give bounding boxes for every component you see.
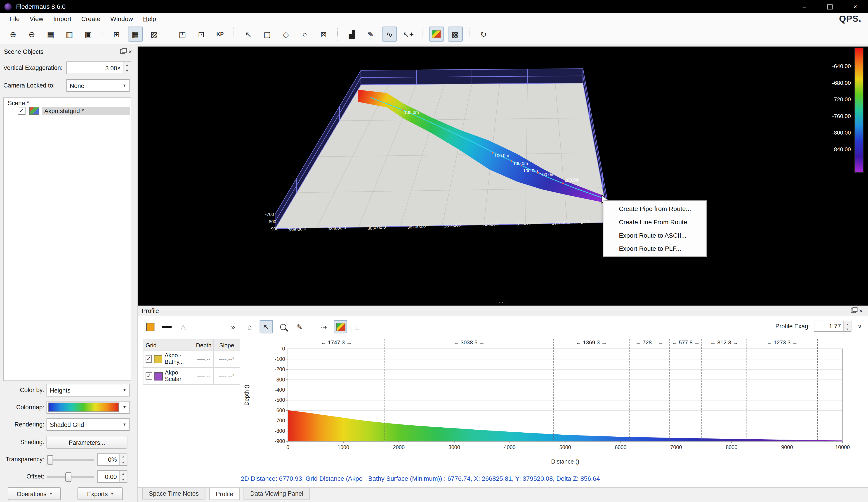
collapse-chevron-icon[interactable]: ∨: [851, 323, 868, 330]
row-checkbox[interactable]: ✓: [146, 372, 152, 380]
viewport-3d[interactable]: 385000.0384000.0383000.0382000.0381000.0…: [138, 47, 868, 306]
tree-item-akpo-statgrid[interactable]: ✓ Akpo.statgrid *: [4, 106, 130, 115]
float-panel-icon[interactable]: [849, 307, 857, 314]
menu-create[interactable]: Create: [76, 13, 105, 24]
pick-point-icon[interactable]: ↖+: [401, 27, 416, 42]
clip-select-icon[interactable]: ⊠: [316, 27, 331, 42]
tab-data-viewing-panel[interactable]: Data Viewing Panel: [244, 488, 310, 500]
tab-profile[interactable]: Profile: [209, 488, 240, 500]
minimize-button[interactable]: –: [792, 0, 817, 13]
colorbar-label: -840.00: [832, 146, 851, 152]
offset-input[interactable]: 0.00 ▲▼: [97, 470, 127, 483]
spin-down-icon[interactable]: ▼: [120, 459, 127, 465]
table-view-icon[interactable]: ⊞: [109, 27, 124, 42]
spin-up-icon[interactable]: ▲: [120, 454, 127, 460]
float-panel-icon[interactable]: [118, 48, 126, 55]
context-item-create-line-from-route[interactable]: Create Line From Route...: [603, 215, 706, 229]
expand-tools-icon[interactable]: »: [227, 320, 240, 334]
profile-tool-icon[interactable]: ∿: [382, 27, 397, 42]
spin-down-icon[interactable]: ▼: [123, 68, 131, 74]
exports-button[interactable]: Exports ▾: [78, 487, 123, 500]
profile-chart[interactable]: 0-100-200-300-400-500-600-700-800-900010…: [241, 337, 855, 475]
zoom-in-select-icon[interactable]: ⊕: [6, 27, 20, 42]
shift-point-icon[interactable]: ⇢: [317, 320, 330, 334]
colormap-select[interactable]: ▾: [46, 401, 130, 413]
menu-file[interactable]: File: [4, 13, 25, 24]
zoom-tool-icon[interactable]: [276, 320, 290, 334]
triangle-marker-icon[interactable]: △: [177, 320, 190, 334]
select-cursor-icon[interactable]: ↖: [241, 27, 256, 42]
transparency-slider[interactable]: [46, 453, 94, 465]
spin-down-icon[interactable]: ▼: [844, 326, 851, 331]
profile-exag-input[interactable]: 1.77 ▲▼: [814, 321, 851, 332]
rect-select-icon[interactable]: ▢: [260, 27, 275, 42]
context-item-export-route-to-plf[interactable]: Export Route to PLF...: [603, 242, 706, 255]
kp-tool-icon[interactable]: KP: [213, 27, 227, 42]
shading-parameters-button[interactable]: Parameters...: [46, 436, 127, 448]
surface-view-icon[interactable]: ▦: [128, 27, 143, 42]
poly-select-icon[interactable]: ◇: [278, 27, 293, 42]
mini-chart-icon[interactable]: ∟: [350, 320, 364, 334]
menu-view[interactable]: View: [25, 13, 48, 24]
close-panel-icon[interactable]: ×: [857, 307, 865, 314]
print-icon[interactable]: ▥: [62, 27, 77, 42]
mesh-view-icon[interactable]: ▨: [147, 27, 162, 42]
menubar-items: FileViewImportCreateWindowHelp: [0, 13, 161, 24]
annotate-icon[interactable]: ✎: [293, 320, 306, 334]
colormap-icon[interactable]: [429, 27, 444, 42]
colormap-icon[interactable]: [334, 320, 347, 334]
tab-space-time-notes[interactable]: Space Time Notes: [142, 488, 205, 500]
context-item-create-pipe-from-route[interactable]: Create Pipe from Route...: [603, 202, 706, 215]
menu-help[interactable]: Help: [138, 13, 161, 24]
capture-image-icon[interactable]: ▤: [43, 27, 58, 42]
spinner[interactable]: ▲▼: [843, 321, 851, 331]
orbit-icon[interactable]: ↻: [476, 27, 491, 42]
shaded-grid-icon[interactable]: ▩: [448, 27, 463, 42]
cube-view-icon[interactable]: ⊡: [194, 27, 209, 42]
operations-button[interactable]: Operations ▾: [8, 487, 61, 500]
table-row[interactable]: ✓Akpo - Scalar----.------.--°: [143, 368, 240, 385]
camera-locked-select[interactable]: None ▾: [66, 79, 130, 92]
segment-length-label: ← 1273.3 →: [766, 339, 797, 346]
save-icon[interactable]: ▣: [81, 27, 96, 42]
select-cursor-icon[interactable]: ↖: [260, 320, 273, 334]
splitter-handle[interactable]: ···: [499, 300, 507, 305]
spinner[interactable]: ▲▼: [119, 454, 127, 465]
spin-down-icon[interactable]: ▼: [120, 477, 127, 482]
spin-up-icon[interactable]: ▲: [123, 62, 131, 68]
line-style-icon[interactable]: [160, 320, 173, 334]
vertical-exaggeration-input[interactable]: 3.00× ▲▼: [66, 62, 131, 74]
main-toolbar: ⊕⊖▤▥▣⊞▦▨◳⊡KP↖▢◇○⊠▟✎∿↖+▩↻: [0, 24, 868, 44]
context-item-export-route-to-ascii[interactable]: Export Route to ASCII...: [603, 229, 706, 242]
color-by-select[interactable]: Heights ▾: [46, 384, 130, 397]
maximize-button[interactable]: [817, 0, 843, 13]
visibility-checkbox[interactable]: ✓: [18, 106, 25, 114]
spinner[interactable]: ▲▼: [119, 471, 127, 482]
slider-handle[interactable]: [47, 455, 53, 465]
row-checkbox[interactable]: ✓: [146, 355, 152, 363]
rendering-select[interactable]: Shaded Grid ▾: [46, 418, 130, 431]
bounding-box-icon[interactable]: ◳: [175, 27, 190, 42]
zoom-out-select-icon[interactable]: ⊖: [24, 27, 39, 42]
offset-slider[interactable]: [46, 470, 94, 483]
histogram-icon[interactable]: ▟: [344, 27, 359, 42]
rendering-value: Shaded Grid: [50, 421, 84, 428]
close-panel-icon[interactable]: ×: [126, 48, 134, 55]
color-by-value: Heights: [50, 387, 70, 393]
close-button[interactable]: ×: [843, 0, 868, 13]
transparency-input[interactable]: 0% ▲▼: [97, 453, 127, 465]
slider-handle[interactable]: [65, 472, 71, 482]
profile-color-icon[interactable]: [143, 320, 157, 334]
menu-import[interactable]: Import: [48, 13, 76, 24]
spinner[interactable]: ▲▼: [123, 62, 131, 73]
spin-up-icon[interactable]: ▲: [844, 321, 851, 326]
table-row[interactable]: ✓Akpo - Bathy...----.------.--°: [143, 350, 240, 368]
colormap-gradient: [336, 323, 345, 331]
scene-3d[interactable]: 385000.0384000.0383000.0382000.0381000.0…: [138, 47, 868, 306]
menu-window[interactable]: Window: [105, 13, 138, 24]
home-view-icon[interactable]: ⌂: [243, 320, 256, 334]
ellipse-select-icon[interactable]: ○: [297, 27, 312, 42]
measure-icon[interactable]: ✎: [363, 27, 378, 42]
spin-up-icon[interactable]: ▲: [120, 471, 127, 477]
offset-label: Offset:: [0, 470, 44, 483]
